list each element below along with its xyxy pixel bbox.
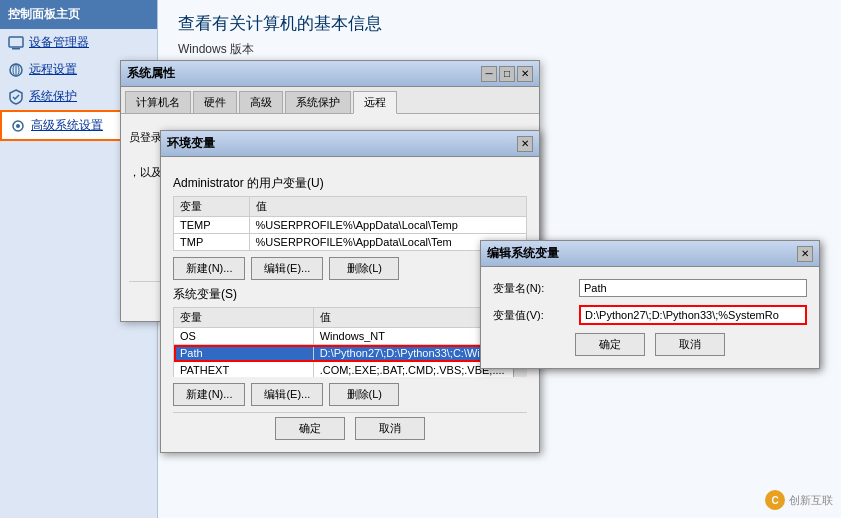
svg-point-6	[16, 124, 20, 128]
sys-col-var: 变量	[174, 308, 314, 328]
sidebar-title: 控制面板主页	[0, 0, 157, 29]
envvars-close-btn[interactable]: ✕	[517, 136, 533, 152]
sidebar-item-label-remote: 远程设置	[29, 61, 77, 78]
editvar-title-bar: 编辑系统变量 ✕	[481, 241, 819, 267]
sys-edit-btn[interactable]: 编辑(E)...	[251, 383, 323, 406]
device-icon	[8, 35, 24, 51]
editvar-varval-label: 变量值(V):	[493, 308, 573, 323]
envvars-title-bar: 环境变量 ✕	[161, 131, 539, 157]
editvar-varname-row: 变量名(N):	[493, 279, 807, 297]
user-var-name-1: TMP	[174, 234, 250, 251]
table-row[interactable]: OS Windows_NT	[174, 328, 527, 345]
envvars-ok-btn[interactable]: 确定	[275, 417, 345, 440]
user-new-btn[interactable]: 新建(N)...	[173, 257, 245, 280]
user-vars-buttons: 新建(N)... 编辑(E)... 删除(L)	[173, 257, 527, 280]
remote-icon	[8, 62, 24, 78]
sidebar-item-label-device: 设备管理器	[29, 34, 89, 51]
sys-var-name-2: PATHEXT	[174, 362, 314, 378]
tab-protection[interactable]: 系统保护	[285, 91, 351, 113]
editvar-title: 编辑系统变量	[487, 245, 559, 262]
user-col-var: 变量	[174, 197, 250, 217]
editvar-buttons: 确定 取消	[493, 333, 807, 356]
windows-version-label: Windows 版本	[178, 41, 821, 58]
user-vars-table: 变量 值 TEMP %USERPROFILE%\AppData\Local\Te…	[173, 196, 527, 251]
sysprops-title: 系统属性	[127, 65, 175, 82]
protection-icon	[8, 89, 24, 105]
user-delete-btn[interactable]: 删除(L)	[329, 257, 399, 280]
sidebar-item-label-advanced: 高级系统设置	[31, 117, 103, 134]
editvar-cancel-btn[interactable]: 取消	[655, 333, 725, 356]
user-var-name-0: TEMP	[174, 217, 250, 234]
table-row[interactable]: TEMP %USERPROFILE%\AppData\Local\Temp	[174, 217, 527, 234]
sidebar-item-label-protection: 系统保护	[29, 88, 77, 105]
sys-new-btn[interactable]: 新建(N)...	[173, 383, 245, 406]
page-title: 查看有关计算机的基本信息	[178, 12, 821, 35]
dialog-editvar: 编辑系统变量 ✕ 变量名(N): 变量值(V): 确定 取消	[480, 240, 820, 369]
tab-hardware[interactable]: 硬件	[193, 91, 237, 113]
svg-rect-0	[9, 37, 23, 47]
advanced-icon	[10, 118, 26, 134]
table-row-highlighted[interactable]: Path D:\Python27\;D:\Python33\;C:\Wi...	[174, 345, 527, 362]
system-vars-container: 变量 值 OS Windows_NT Path D:\Python27\;D:\…	[173, 307, 527, 377]
tab-computer-name[interactable]: 计算机名	[125, 91, 191, 113]
table-row[interactable]: PATHEXT .COM;.EXE;.BAT;.CMD;.VBS;.VBE;..…	[174, 362, 527, 378]
user-vars-container: 变量 值 TEMP %USERPROFILE%\AppData\Local\Te…	[173, 196, 527, 251]
sys-var-name-1: Path	[174, 345, 314, 362]
watermark-text: 创新互联	[789, 493, 833, 508]
editvar-varname-input[interactable]	[579, 279, 807, 297]
system-vars-table: 变量 值 OS Windows_NT Path D:\Python27\;D:\…	[173, 307, 527, 377]
envvars-title: 环境变量	[167, 135, 215, 152]
watermark: C 创新互联	[765, 490, 833, 510]
svg-rect-1	[12, 48, 20, 50]
editvar-body: 变量名(N): 变量值(V): 确定 取消	[481, 267, 819, 368]
sysprops-title-bar: 系统属性 ─ □ ✕	[121, 61, 539, 87]
editvar-varval-input[interactable]	[579, 305, 807, 325]
sysprops-maximize-btn[interactable]: □	[499, 66, 515, 82]
tab-advanced[interactable]: 高级	[239, 91, 283, 113]
editvar-varname-label: 变量名(N):	[493, 281, 573, 296]
envvars-cancel-btn[interactable]: 取消	[355, 417, 425, 440]
system-vars-buttons: 新建(N)... 编辑(E)... 删除(L)	[173, 383, 527, 406]
user-col-val: 值	[249, 197, 526, 217]
sysprops-close-btn[interactable]: ✕	[517, 66, 533, 82]
system-vars-title: 系统变量(S)	[173, 286, 527, 303]
watermark-icon: C	[765, 490, 785, 510]
sys-delete-btn[interactable]: 删除(L)	[329, 383, 399, 406]
sidebar-item-device[interactable]: 设备管理器	[0, 29, 157, 56]
sysprops-minimize-btn[interactable]: ─	[481, 66, 497, 82]
editvar-ok-btn[interactable]: 确定	[575, 333, 645, 356]
table-row[interactable]: TMP %USERPROFILE%\AppData\Local\Tem	[174, 234, 527, 251]
sys-var-name-0: OS	[174, 328, 314, 345]
user-edit-btn[interactable]: 编辑(E)...	[251, 257, 323, 280]
sysprops-tabs: 计算机名 硬件 高级 系统保护 远程	[121, 87, 539, 114]
tab-remote[interactable]: 远程	[353, 91, 397, 114]
editvar-varval-row: 变量值(V):	[493, 305, 807, 325]
user-vars-title: Administrator 的用户变量(U)	[173, 175, 527, 192]
editvar-close-btn[interactable]: ✕	[797, 246, 813, 262]
user-var-val-0: %USERPROFILE%\AppData\Local\Temp	[249, 217, 526, 234]
